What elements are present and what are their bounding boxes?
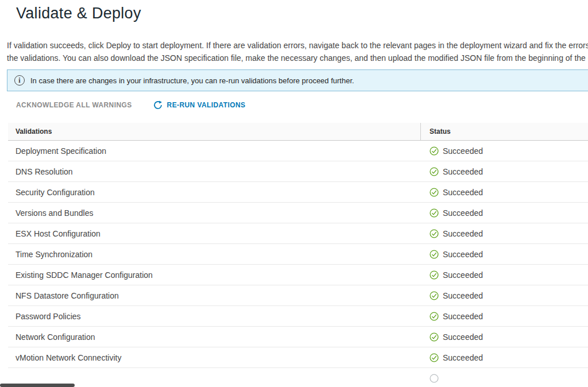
validation-name: Existing SDDC Manager Configuration xyxy=(8,270,421,280)
success-check-icon xyxy=(430,270,439,280)
validation-status xyxy=(421,374,588,383)
status-text: Succeeded xyxy=(443,353,483,362)
table-body: Deployment Specification Succeeded DNS R… xyxy=(8,141,588,387)
info-banner-text: In case there are changes in your infras… xyxy=(30,76,354,85)
validation-status: Succeeded xyxy=(421,291,588,300)
validation-status: Succeeded xyxy=(421,353,588,362)
validation-status: Succeeded xyxy=(421,250,588,259)
status-text: Succeeded xyxy=(443,167,483,176)
success-check-icon xyxy=(430,291,439,300)
success-check-icon xyxy=(430,374,439,383)
status-text: Succeeded xyxy=(443,332,483,342)
table-header-row: Validations Status xyxy=(8,123,588,141)
acknowledge-all-warnings-button[interactable]: ACKNOWLEDGE ALL WARNINGS xyxy=(16,101,132,109)
validation-name: Password Policies xyxy=(8,312,421,321)
status-text: Succeeded xyxy=(443,291,483,300)
success-check-icon xyxy=(430,250,439,259)
success-check-icon xyxy=(430,353,439,362)
table-row: DNS Resolution Succeeded xyxy=(8,161,588,182)
column-header-status: Status xyxy=(421,123,588,140)
success-check-icon xyxy=(430,229,439,238)
validation-status: Succeeded xyxy=(421,188,588,197)
validation-name: vMotion Network Connectivity xyxy=(8,353,421,362)
table-row: Security Configuration Succeeded xyxy=(8,182,588,203)
success-check-icon xyxy=(430,312,439,321)
success-check-icon xyxy=(430,146,439,156)
actions-bar: ACKNOWLEDGE ALL WARNINGS RE-RUN VALIDATI… xyxy=(16,100,588,110)
table-row: Versions and Bundles Succeeded xyxy=(8,203,588,223)
refresh-icon xyxy=(153,100,163,110)
validations-table: Validations Status Deployment Specificat… xyxy=(8,123,588,387)
description-line-2: the validations. You can also download t… xyxy=(7,52,588,65)
validation-status: Succeeded xyxy=(421,208,588,218)
success-check-icon xyxy=(430,167,439,176)
validation-name: ESX Host Configuration xyxy=(8,229,421,238)
table-row: Existing SDDC Manager Configuration Succ… xyxy=(8,265,588,285)
validation-name: Security Configuration xyxy=(8,188,421,197)
info-icon: i xyxy=(14,75,25,86)
success-check-icon xyxy=(430,208,439,218)
validation-name: DNS Resolution xyxy=(8,167,421,176)
table-row xyxy=(8,368,588,387)
status-text: Succeeded xyxy=(443,188,483,197)
status-text: Succeeded xyxy=(443,208,483,218)
description-line-1: If validation succeeds, click Deploy to … xyxy=(7,40,588,52)
table-row: Time Synchronization Succeeded xyxy=(8,244,588,265)
status-text: Succeeded xyxy=(443,270,483,280)
validation-status: Succeeded xyxy=(421,167,588,176)
table-row: NFS Datastore Configuration Succeeded xyxy=(8,285,588,306)
validation-name: Time Synchronization xyxy=(8,250,421,259)
table-row: ESX Host Configuration Succeeded xyxy=(8,223,588,244)
validation-name: Versions and Bundles xyxy=(8,208,421,218)
status-text: Succeeded xyxy=(443,146,483,156)
column-header-validations: Validations xyxy=(8,123,421,140)
validation-status: Succeeded xyxy=(421,229,588,238)
validation-status: Succeeded xyxy=(421,312,588,321)
success-check-icon xyxy=(430,188,439,197)
page-description: If validation succeeds, click Deploy to … xyxy=(7,40,588,64)
table-row: Password Policies Succeeded xyxy=(8,306,588,327)
validation-status: Succeeded xyxy=(421,146,588,156)
validation-status: Succeeded xyxy=(421,332,588,342)
rerun-validations-button[interactable]: RE-RUN VALIDATIONS xyxy=(153,100,246,110)
success-check-icon xyxy=(430,332,439,342)
status-text: Succeeded xyxy=(443,250,483,259)
validation-status: Succeeded xyxy=(421,270,588,280)
table-row: Network Configuration Succeeded xyxy=(8,327,588,347)
status-text: Succeeded xyxy=(443,229,483,238)
validation-name: Network Configuration xyxy=(8,332,421,342)
table-row: vMotion Network Connectivity Succeeded xyxy=(8,347,588,368)
validation-name: Deployment Specification xyxy=(8,146,421,156)
status-text: Succeeded xyxy=(443,312,483,321)
page-title: Validate & Deploy xyxy=(16,5,588,22)
horizontal-scrollbar-thumb[interactable] xyxy=(0,384,75,387)
validation-name: NFS Datastore Configuration xyxy=(8,291,421,300)
info-banner: i In case there are changes in your infr… xyxy=(7,69,588,91)
rerun-validations-label: RE-RUN VALIDATIONS xyxy=(167,101,246,109)
table-row: Deployment Specification Succeeded xyxy=(8,141,588,161)
validate-deploy-page: Validate & Deploy If validation succeeds… xyxy=(0,5,588,387)
